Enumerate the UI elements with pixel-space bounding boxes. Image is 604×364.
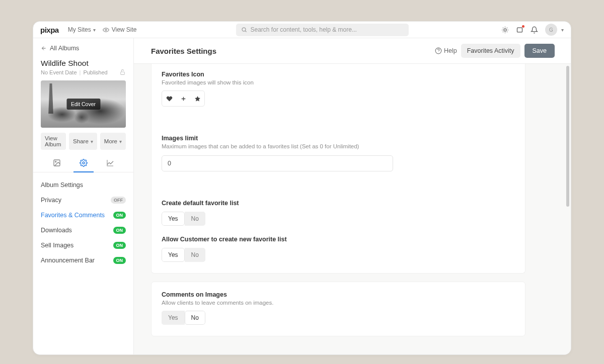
album-action-row: View Album Share▾ More▾ [33, 133, 133, 156]
default-list-label: Create default favorite list [162, 200, 515, 207]
svg-point-3 [504, 29, 506, 31]
search-placeholder: Search for content, tools, help & more..… [251, 26, 357, 33]
status-badge: ON [113, 242, 126, 249]
chevron-down-icon: ▾ [119, 139, 122, 144]
bell-icon[interactable] [531, 26, 538, 34]
svg-line-10 [503, 32, 503, 32]
chevron-down-icon: ▾ [561, 27, 564, 33]
comments-no[interactable]: No [185, 311, 205, 325]
search-input[interactable]: Search for content, tools, help & more..… [236, 24, 409, 36]
eye-icon [103, 27, 109, 33]
user-menu[interactable]: G ▾ [545, 24, 564, 36]
album-title: Wildlife Shoot [33, 56, 133, 69]
theme-toggle-icon[interactable] [501, 26, 509, 34]
sidebar-nav: Album Settings Privacy OFF Favorites & C… [33, 172, 133, 273]
settings-card-favorites: Favorites Icon Favorited images will sho… [151, 64, 525, 274]
fav-icon-heart[interactable] [162, 91, 176, 106]
default-list-no[interactable]: No [185, 212, 205, 226]
images-limit-input[interactable] [162, 155, 393, 171]
sidebar-item-sell-images[interactable]: Sell Images ON [33, 238, 133, 253]
svg-rect-12 [517, 28, 522, 32]
view-album-button[interactable]: View Album [41, 133, 66, 150]
sidebar-item-privacy[interactable]: Privacy OFF [33, 193, 133, 208]
favorites-icon-label: Favorites Icon [162, 71, 515, 78]
sidebar-item-announcement-bar[interactable]: Announcement Bar ON [33, 253, 133, 268]
scrollbar-thumb[interactable] [566, 66, 569, 207]
svg-point-1 [242, 28, 246, 31]
svg-point-17 [83, 162, 85, 164]
sidebar-item-favorites-comments[interactable]: Favorites & Comments ON [33, 208, 133, 223]
scrollbar[interactable] [566, 66, 569, 352]
whats-new-icon[interactable] [516, 26, 523, 34]
images-limit-label: Images limit [162, 135, 515, 142]
edit-cover-button[interactable]: Edit Cover [66, 99, 100, 110]
notification-dot [522, 25, 524, 28]
save-button[interactable]: Save [524, 44, 555, 58]
avatar: G [545, 24, 557, 36]
status-badge: ON [113, 227, 126, 234]
sidebar-item-album-settings[interactable]: Album Settings [33, 177, 133, 193]
brand-logo: pixpa [40, 26, 59, 34]
svg-line-6 [503, 28, 503, 28]
main-panel: Favorites Settings Help Favorites Activi… [134, 38, 571, 354]
comments-help: Allow clients to leave comments on image… [162, 300, 515, 306]
allow-create-yes[interactable]: Yes [162, 248, 185, 262]
main-header: Favorites Settings Help Favorites Activi… [134, 38, 571, 64]
favorites-activity-button[interactable]: Favorites Activity [461, 44, 520, 58]
settings-card-comments: Comments on Images Allow clients to leav… [151, 282, 525, 336]
status-badge: ON [113, 212, 126, 219]
svg-line-7 [507, 32, 507, 32]
svg-rect-14 [121, 72, 125, 74]
my-sites-dropdown[interactable]: My Sites ▾ [68, 26, 96, 33]
meta-date: No Event Date [41, 69, 77, 75]
allow-create-toggle: Yes No [162, 248, 205, 262]
tab-analytics[interactable] [100, 156, 120, 172]
my-sites-label: My Sites [68, 26, 91, 33]
comments-toggle: Yes No [162, 311, 205, 325]
svg-marker-22 [195, 96, 200, 101]
meta-status: Published [83, 69, 107, 75]
album-cover[interactable]: Edit Cover [41, 80, 126, 128]
allow-create-no[interactable]: No [185, 248, 205, 262]
comments-yes[interactable]: Yes [162, 311, 185, 325]
favorites-icon-picker [162, 90, 205, 107]
unlock-icon[interactable] [119, 69, 126, 75]
topbar-right: G ▾ [501, 24, 564, 36]
svg-line-2 [245, 31, 246, 32]
svg-line-11 [507, 28, 507, 28]
favorites-icon-help: Favorited images will show this icon [162, 79, 515, 85]
sidebar: All Albums Wildlife Shoot No Event Date … [33, 38, 134, 354]
allow-create-label: Allow Customer to create new favorite li… [162, 236, 515, 243]
fav-icon-star[interactable] [190, 91, 204, 106]
tab-gallery[interactable] [47, 156, 67, 172]
album-meta: No Event Date | Published [33, 69, 133, 79]
images-limit-help: Maximum images that can be added to a fa… [162, 143, 515, 149]
back-label: All Albums [50, 45, 79, 52]
default-list-toggle: Yes No [162, 212, 205, 226]
app-window: pixpa My Sites ▾ View Site Search for co… [33, 21, 571, 355]
sidebar-item-downloads[interactable]: Downloads ON [33, 223, 133, 238]
comments-label: Comments on Images [162, 291, 515, 298]
status-badge: ON [113, 257, 126, 264]
page-title: Favorites Settings [151, 47, 216, 55]
svg-point-16 [55, 161, 56, 162]
view-site-link[interactable]: View Site [103, 26, 137, 33]
settings-scroll-area: Favorites Icon Favorited images will sho… [134, 64, 571, 354]
tab-settings[interactable] [73, 156, 94, 172]
chevron-down-icon: ▾ [93, 27, 96, 33]
svg-point-0 [105, 29, 107, 30]
default-list-yes[interactable]: Yes [162, 212, 185, 226]
topbar: pixpa My Sites ▾ View Site Search for co… [33, 22, 571, 38]
more-button[interactable]: More▾ [100, 133, 126, 150]
view-site-label: View Site [112, 26, 137, 33]
help-link[interactable]: Help [435, 47, 457, 54]
chevron-down-icon: ▾ [91, 139, 93, 144]
fav-icon-plus[interactable] [176, 91, 190, 106]
status-badge: OFF [111, 197, 126, 204]
share-button[interactable]: Share▾ [69, 133, 97, 150]
search-icon [241, 27, 247, 33]
sidebar-tabs [33, 156, 133, 172]
back-all-albums[interactable]: All Albums [33, 38, 133, 56]
